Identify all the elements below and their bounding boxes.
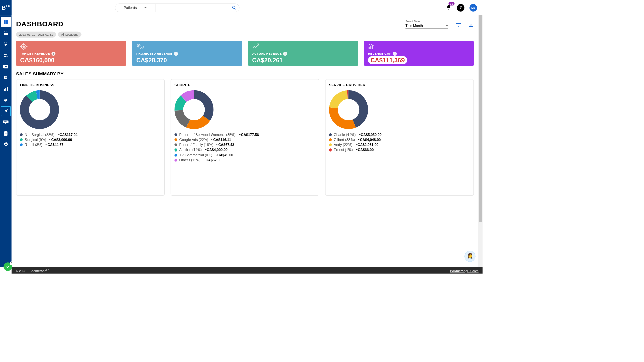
legend-dot (174, 148, 177, 151)
calendar-icon (3, 31, 8, 36)
bars-icon (3, 86, 8, 92)
svg-point-11 (6, 42, 7, 43)
legend-value: ~CA$117.04 (58, 133, 78, 137)
assistant-icon: 👩‍⚕️ (467, 253, 473, 260)
legend-dot (174, 159, 177, 161)
legend-label: Charlie (44%) (334, 133, 356, 137)
donut-chart (329, 90, 368, 129)
nav-patients[interactable] (1, 50, 11, 60)
svg-rect-2 (4, 20, 6, 22)
legend-dot (20, 143, 23, 146)
kpi-gap-value: CA$111,369 (368, 56, 407, 64)
date-select[interactable]: This Month (405, 23, 448, 29)
nav-ads[interactable]: ADS (1, 117, 11, 127)
chart-title: SOURCE (174, 83, 315, 87)
svg-point-28 (23, 46, 24, 47)
chat-fab[interactable]: 👩‍⚕️ (464, 251, 475, 262)
legend-item: Others (12%)~CA$52.06 (174, 158, 315, 162)
chart-legend: Charlie (44%)~CA$5,050.00Gilbert (33%)~C… (329, 133, 470, 152)
main-content: DASHBOARD Select Date This Month 2023-01… (12, 15, 478, 267)
svg-rect-16 (5, 88, 6, 91)
chevron-down-icon (446, 25, 448, 27)
status-fab[interactable]: 2 (4, 262, 12, 271)
kpi-projected-value: CA$28,370 (136, 57, 238, 64)
search-icon[interactable] (229, 5, 239, 10)
nav-media[interactable] (1, 62, 11, 72)
legend-label: NonSurgical (88%) (25, 133, 55, 137)
legend-label: Gilbert (33%) (334, 138, 355, 142)
nav-analytics[interactable] (1, 84, 11, 94)
info-icon[interactable]: i (283, 52, 287, 56)
kpi-actual-value: CA$20,261 (252, 57, 354, 64)
legend-item: Auction (14%)~CA$4,000.00 (174, 148, 315, 152)
date-select-value: This Month (405, 24, 423, 28)
status-count: 2 (10, 261, 13, 265)
kpi-gap-label: REVENUE GAP (368, 52, 391, 56)
page-title: DASHBOARD (16, 20, 63, 28)
svg-point-38 (29, 99, 50, 120)
search-input[interactable] (156, 4, 229, 12)
chart-card: SERVICE PROVIDERCharlie (44%)~CA$5,050.0… (325, 79, 474, 195)
svg-rect-5 (6, 22, 8, 24)
legend-dot (174, 133, 177, 136)
donut-chart (20, 90, 59, 129)
nav-settings[interactable] (1, 139, 11, 149)
legend-item: Charlie (44%)~CA$5,050.00 (329, 133, 470, 137)
nav-book[interactable] (1, 73, 11, 83)
nav-campaigns[interactable] (1, 95, 11, 105)
legend-item: Friend / Family (18%)~CA$67.43 (174, 143, 315, 147)
filter-icon (455, 22, 461, 28)
nav-clipboard[interactable] (1, 128, 11, 138)
projection-icon: $ (136, 43, 144, 50)
ads-icon: ADS (3, 120, 9, 124)
info-icon[interactable]: i (174, 52, 178, 56)
svg-rect-7 (4, 32, 8, 33)
chart-title: SERVICE PROVIDER (329, 83, 470, 87)
scrollbar[interactable] (478, 15, 483, 267)
chip-date-range[interactable]: 2023-01-01 - 2023-01-31 (16, 32, 56, 38)
legend-label: Patient of Bellwood Women's (35%) (179, 133, 236, 137)
kpi-projected-label: PROJECTED REVENUE (136, 52, 172, 56)
download-button[interactable] (468, 22, 474, 29)
legend-dot (329, 133, 332, 136)
search-scope-dropdown[interactable]: Patients (115, 4, 156, 12)
gear-icon (3, 142, 8, 147)
footer: © 2023 - BoomerangFX BoomerangFX.com (12, 267, 483, 274)
legend-value: ~CA$67.43 (216, 143, 234, 147)
help-button[interactable]: ? (457, 4, 465, 12)
scrollbar-thumb[interactable] (479, 15, 482, 222)
chip-location[interactable]: All Locations (58, 32, 82, 38)
nav-calendar[interactable] (1, 28, 11, 38)
avatar[interactable]: MJ (469, 4, 477, 12)
kpi-gap: REVENUE GAPi CA$111,369 (364, 41, 474, 66)
avatar-initials: MJ (471, 6, 475, 9)
grid-icon (3, 19, 8, 24)
svg-line-1 (235, 8, 236, 9)
nav-quick-access[interactable] (1, 106, 11, 116)
legend-item: Gilbert (33%)~CA$4,048.00 (329, 138, 470, 142)
notifications-button[interactable]: 11 (446, 4, 452, 11)
book-icon (3, 75, 8, 80)
kpi-actual-label: ACTUAL REVENUE (252, 52, 282, 56)
legend-dot (174, 154, 177, 156)
logo-text: B (2, 4, 6, 11)
target-icon (20, 43, 27, 50)
search-bar: Patients (115, 3, 240, 12)
logo[interactable]: BFX (0, 0, 12, 15)
legend-item: Surgical (9%)~CA$3,000.00 (20, 138, 161, 142)
chart-legend: Patient of Bellwood Women's (35%)~CA$177… (174, 133, 315, 162)
svg-rect-3 (6, 20, 8, 22)
legend-label: Surgical (9%) (25, 138, 46, 142)
info-icon[interactable]: i (393, 52, 397, 56)
legend-label: Andy (22%) (334, 143, 352, 147)
nav-dashboard[interactable] (1, 17, 11, 27)
kpi-target-label: TARGET REVENUE (20, 52, 50, 56)
footer-link[interactable]: BoomerangFX.com (450, 269, 479, 273)
trend-up-icon (252, 43, 260, 49)
svg-rect-17 (7, 87, 8, 90)
legend-label: Retail (3%) (25, 143, 42, 147)
nav-leads[interactable] (1, 39, 11, 49)
filter-button[interactable] (455, 22, 461, 29)
info-icon[interactable]: i (51, 52, 55, 56)
legend-label: Ernest (1%) (334, 148, 353, 152)
